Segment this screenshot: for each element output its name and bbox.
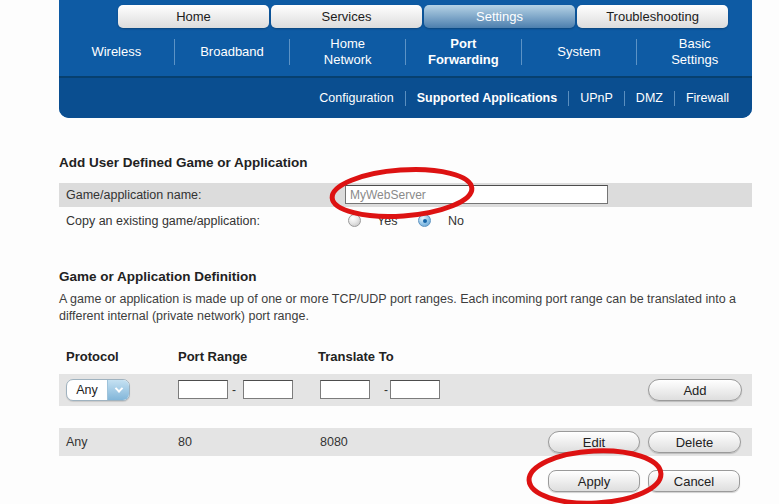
port-range-separator: - [232, 374, 236, 406]
copy-no-radio[interactable] [418, 214, 431, 227]
tab-home[interactable]: Home [118, 5, 269, 28]
nav-item-home-network[interactable]: Home Network [290, 28, 405, 76]
copy-existing-label: Copy an existing game/application: [66, 208, 260, 234]
nav-item-system[interactable]: System [522, 28, 637, 76]
column-header-translate-to: Translate To [318, 349, 394, 364]
port-range-from-input[interactable] [178, 380, 228, 399]
nav-item-broadband[interactable]: Broadband [175, 28, 290, 76]
cancel-button[interactable]: Cancel [648, 470, 740, 492]
subnav-item-firewall[interactable]: Firewall [675, 91, 740, 105]
protocol-select[interactable]: Any [66, 379, 130, 401]
add-button[interactable]: Add [648, 379, 742, 401]
add-section-title: Add User Defined Game or Application [59, 155, 308, 170]
tab-services[interactable]: Services [271, 5, 422, 28]
delete-button[interactable]: Delete [648, 431, 741, 453]
subnav-item-configuration[interactable]: Configuration [308, 91, 404, 105]
rule-protocol-value: Any [66, 428, 88, 456]
protocol-dropdown-button[interactable] [107, 380, 129, 400]
rule-translate-to-value: 8080 [320, 428, 348, 456]
copy-existing-row: Copy an existing game/application: Yes N… [59, 208, 752, 234]
translate-to-input[interactable] [390, 380, 440, 399]
port-rule-row: Any 80 8080 Edit Delete [59, 428, 752, 456]
subnav-item-supported-applications[interactable]: Supported Applications [406, 91, 569, 105]
apply-button[interactable]: Apply [548, 470, 640, 492]
game-name-row: Game/application name: [59, 183, 752, 207]
game-name-label: Game/application name: [66, 183, 202, 207]
nav-item-basic-settings[interactable]: Basic Settings [637, 28, 752, 76]
subnav-item-upnp[interactable]: UPnP [569, 91, 624, 105]
copy-yes-radio[interactable] [348, 214, 361, 227]
nav-item-port-forwarding[interactable]: Port Forwarding [406, 28, 521, 76]
port-range-to-input[interactable] [243, 380, 293, 399]
translate-separator: - [384, 374, 388, 406]
settings-nav: Wireless Broadband Home Network Port For… [59, 28, 752, 76]
port-forwarding-subnav: Configuration Supported Applications UPn… [59, 76, 752, 118]
copy-yes-label[interactable]: Yes [377, 208, 397, 234]
definition-description: A game or application is made up of one … [59, 291, 751, 324]
tab-troubleshooting[interactable]: Troubleshooting [577, 5, 728, 28]
rule-port-range-value: 80 [178, 428, 192, 456]
translate-from-input[interactable] [320, 380, 370, 399]
definition-section-title: Game or Application Definition [59, 269, 257, 284]
chevron-down-icon [114, 384, 122, 392]
column-header-port-range: Port Range [178, 349, 247, 364]
new-port-row: Any - - Add [59, 374, 752, 406]
copy-no-label[interactable]: No [448, 208, 464, 234]
header-panel: Home Services Settings Troubleshooting W… [59, 0, 752, 118]
protocol-selected-value: Any [67, 380, 107, 400]
top-tabs: Home Services Settings Troubleshooting [118, 5, 728, 28]
game-name-input[interactable] [345, 185, 608, 204]
subnav-item-dmz[interactable]: DMZ [625, 91, 674, 105]
tab-settings[interactable]: Settings [424, 5, 575, 28]
edit-button[interactable]: Edit [548, 431, 640, 453]
column-header-protocol: Protocol [66, 349, 119, 364]
nav-item-wireless[interactable]: Wireless [59, 28, 174, 76]
